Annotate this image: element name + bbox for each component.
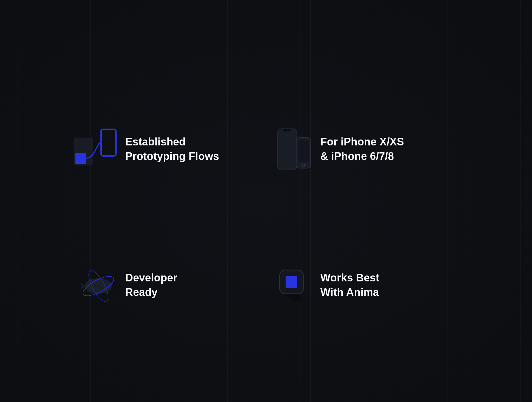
feature-title: Works Best With Anima [320,271,379,299]
feature-title: For iPhone X/XS & iPhone 6/7/8 [320,135,404,163]
feature-title: Established Prototyping Flows [125,135,219,163]
feature-prototyping-flows: Established Prototyping Flows [80,127,257,171]
feature-title-line1: Works Best [320,271,379,285]
feature-title-line2: With Anima [320,285,379,300]
anima-square-icon [275,263,313,307]
features-grid: Established Prototyping Flows For iPhone… [80,127,452,307]
svg-rect-4 [283,129,291,131]
feature-developer-ready: Developer Ready [80,263,257,307]
feature-title-line2: & iPhone 6/7/8 [320,149,404,164]
feature-title-line1: For iPhone X/XS [320,135,404,149]
feature-title-line2: Ready [125,285,177,300]
feature-title-line2: Prototyping Flows [125,149,219,164]
feature-iphone-compat: For iPhone X/XS & iPhone 6/7/8 [275,127,452,171]
iphones-icon [275,127,313,171]
svg-rect-3 [278,129,297,170]
svg-rect-7 [298,140,309,162]
svg-rect-2 [101,129,116,156]
feature-works-with-anima: Works Best With Anima [275,263,452,307]
feature-title-line1: Established [125,135,219,149]
blimp-orbit-icon [80,263,118,307]
svg-rect-1 [75,153,86,164]
feature-title-line1: Developer [125,271,177,285]
svg-rect-12 [286,276,297,288]
feature-title: Developer Ready [125,271,177,299]
flow-artboards-icon [80,127,118,171]
svg-point-8 [85,278,112,294]
